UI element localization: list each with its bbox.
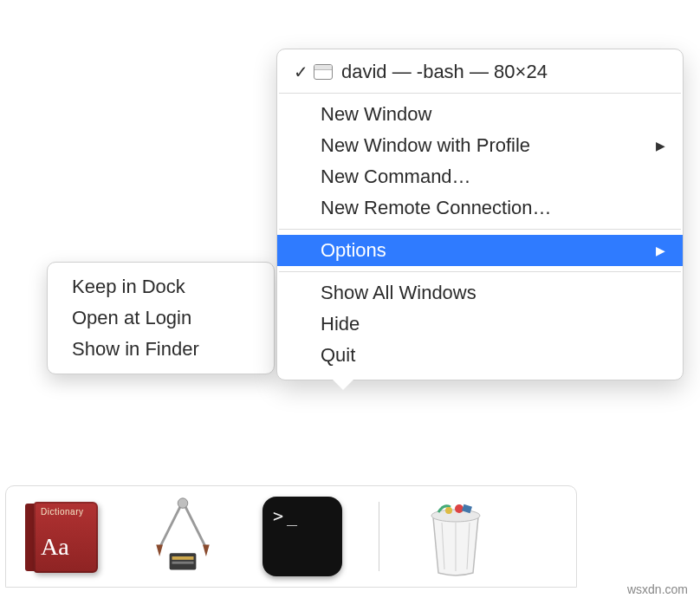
menu-separator: [279, 229, 681, 230]
dock-trash[interactable]: [411, 491, 501, 582]
menu-item-quit[interactable]: Quit: [277, 340, 683, 371]
submenu-item-show-in-finder[interactable]: Show in Finder: [48, 334, 274, 365]
dock-context-menu: ✓ david — -bash — 80×24 New Window New W…: [276, 49, 684, 380]
svg-point-12: [455, 504, 463, 513]
submenu-item-open-at-login[interactable]: Open at Login: [48, 302, 274, 334]
options-submenu: Keep in Dock Open at Login Show in Finde…: [47, 262, 275, 374]
menu-item-new-command[interactable]: New Command…: [277, 161, 683, 192]
dock-app-terminal[interactable]: [257, 491, 347, 582]
menu-item-new-window-profile[interactable]: New Window with Profile: [277, 130, 683, 161]
menu-separator: [279, 93, 681, 94]
menu-item-show-all-windows[interactable]: Show All Windows: [277, 277, 683, 309]
menu-header-title: david — -bash — 80×24: [341, 61, 548, 83]
dock-app-utility[interactable]: [138, 491, 228, 582]
menu-item-options[interactable]: Options: [277, 235, 683, 266]
svg-rect-7: [172, 562, 194, 564]
menu-item-new-remote[interactable]: New Remote Connection…: [277, 192, 683, 224]
dictionary-label-small: Dictionary: [41, 507, 83, 517]
submenu-item-keep-in-dock[interactable]: Keep in Dock: [48, 271, 274, 302]
menu-item-hide[interactable]: Hide: [277, 309, 683, 340]
svg-line-0: [159, 502, 183, 549]
checkmark-icon: ✓: [291, 62, 310, 82]
dock: Dictionary Aa: [5, 485, 577, 588]
svg-point-14: [445, 507, 452, 514]
svg-marker-3: [156, 545, 163, 556]
dock-divider: [379, 502, 379, 571]
watermark: wsxdn.com: [627, 582, 688, 596]
terminal-icon: [262, 497, 342, 576]
dock-app-dictionary[interactable]: Dictionary Aa: [18, 491, 108, 582]
svg-marker-4: [203, 545, 210, 556]
trash-icon: [418, 495, 493, 578]
compass-icon: [141, 495, 224, 578]
svg-point-2: [178, 498, 188, 509]
menu-header-window[interactable]: ✓ david — -bash — 80×24: [277, 56, 683, 88]
dictionary-label-big: Aa: [41, 533, 69, 561]
svg-rect-6: [172, 556, 194, 560]
svg-line-1: [183, 502, 206, 549]
window-icon: [314, 64, 333, 80]
menu-item-new-window[interactable]: New Window: [277, 99, 683, 130]
menu-separator: [279, 271, 681, 272]
